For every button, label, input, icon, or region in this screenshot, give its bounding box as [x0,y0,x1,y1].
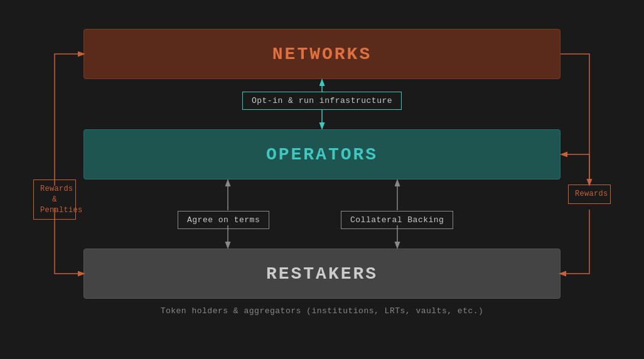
rewards-label: Rewards [568,185,611,204]
operators-layer: OPERATORS [83,129,561,180]
agree-box: Agree on terms [178,211,269,229]
restakers-layer: RESTAKERS [83,249,561,299]
operators-title: OPERATORS [266,145,378,164]
networks-title: NETWORKS [272,45,372,64]
networks-layer: NETWORKS [83,29,561,79]
restakers-title: RESTAKERS [266,264,378,284]
architecture-diagram: NETWORKS Opt-in & run infrastructure OPE… [33,16,611,343]
collateral-box: Collateral Backing [341,211,453,229]
opt-in-box: Opt-in & run infrastructure [242,92,402,110]
restakers-subtitle: Token holders & aggregators (institution… [83,306,561,316]
rewards-penalties-label: Rewards & Penalties [33,180,76,220]
